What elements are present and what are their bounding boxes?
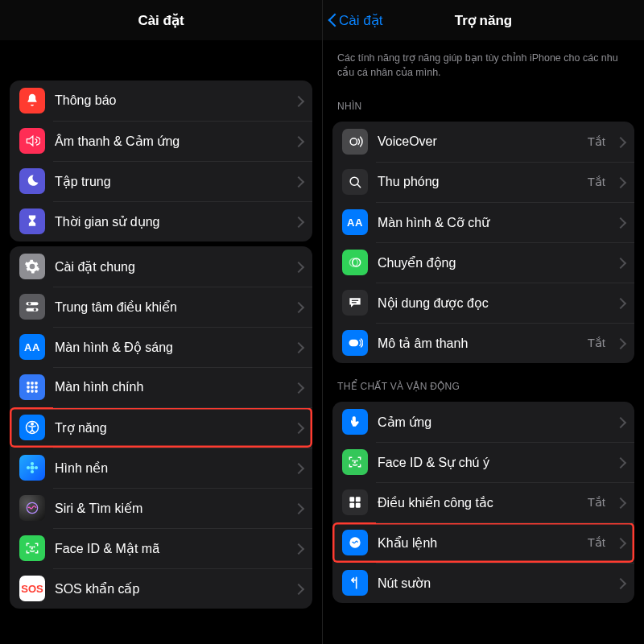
motion-icon — [342, 250, 368, 275]
text-size-icon: AA — [342, 209, 368, 235]
vision-group: VoiceOver Tắt Thu phóng Tắt AA Màn hình … — [332, 122, 634, 363]
svg-rect-0 — [27, 302, 39, 305]
svg-point-2 — [28, 303, 31, 305]
row-face-attention[interactable]: Face ID & Sự chú ý — [332, 442, 634, 482]
row-label: Âm thanh & Cảm ứng — [55, 134, 283, 149]
row-siri[interactable]: Siri & Tìm kiếm — [10, 488, 312, 528]
chevron-right-icon — [618, 416, 625, 427]
svg-rect-28 — [352, 302, 357, 303]
row-label: SOS khẩn cấp — [55, 581, 283, 597]
chevron-right-icon — [618, 337, 625, 349]
row-label: Hình nền — [55, 460, 283, 476]
status-off: Tắt — [588, 495, 605, 510]
chevron-right-icon — [618, 297, 625, 308]
svg-point-30 — [353, 460, 353, 461]
svg-rect-9 — [35, 386, 37, 388]
svg-rect-33 — [356, 497, 361, 502]
row-label: Khẩu lệnh — [378, 535, 578, 551]
hourglass-icon — [19, 208, 45, 234]
row-voice-control[interactable]: Khẩu lệnh Tắt — [332, 522, 634, 563]
row-switch-control[interactable]: Điều khiển công tắc Tắt — [332, 482, 634, 522]
settings-scroll[interactable]: Thông báo Âm thanh & Cảm ứng Tập trung — [0, 40, 322, 644]
chevron-right-icon — [296, 301, 303, 312]
accessibility-scroll[interactable]: Các tính năng trợ năng giúp bạn tùy chỉn… — [323, 40, 644, 644]
row-label: Thông báo — [55, 93, 283, 108]
gear-icon — [19, 254, 45, 279]
row-label: Trợ năng — [55, 420, 283, 436]
chevron-right-icon — [618, 497, 625, 508]
flower-icon — [19, 455, 45, 481]
section-vision: NHÌN — [323, 88, 644, 117]
svg-rect-10 — [27, 390, 29, 392]
row-label: Face ID & Sự chú ý — [378, 455, 605, 470]
chevron-right-icon — [296, 95, 303, 106]
row-audio-descriptions[interactable]: Mô tả âm thanh Tắt — [332, 323, 634, 363]
chevron-right-icon — [296, 583, 303, 594]
row-label: Mô tả âm thanh — [378, 336, 578, 351]
svg-rect-4 — [27, 382, 29, 384]
voiceover-icon — [342, 129, 368, 155]
row-display[interactable]: AA Màn hình & Độ sáng — [10, 327, 312, 367]
row-wallpaper[interactable]: Hình nền — [10, 448, 312, 488]
audio-desc-icon — [342, 330, 368, 356]
grid-icon — [19, 374, 45, 400]
row-label: Tập trung — [55, 174, 283, 189]
chevron-right-icon — [618, 537, 625, 548]
row-label: Siri & Tìm kiếm — [55, 501, 283, 516]
row-motion[interactable]: Chuyển động — [332, 242, 634, 283]
svg-point-24 — [350, 177, 358, 185]
header: Cài đặt — [0, 0, 322, 40]
settings-group-1: Thông báo Âm thanh & Cảm ứng Tập trung — [10, 80, 312, 242]
chevron-right-icon — [618, 456, 625, 468]
row-label: Face ID & Mật mã — [55, 541, 283, 556]
row-label: Thời gian sử dụng — [55, 214, 283, 229]
svg-point-23 — [350, 138, 357, 145]
row-zoom[interactable]: Thu phóng Tắt — [332, 162, 634, 202]
svg-point-16 — [31, 462, 34, 465]
row-sos[interactable]: SOS SOS khẩn cấp — [10, 568, 312, 609]
row-label: Điều khiển công tắc — [378, 495, 578, 510]
back-button[interactable]: Cài đặt — [328, 0, 382, 40]
settings-group-2: Cài đặt chung Trung tâm điều khiển AA Mà… — [10, 246, 312, 609]
svg-rect-5 — [31, 382, 33, 384]
section-physical: THỂ CHẤT VÀ VẬN ĐỘNG — [323, 368, 644, 397]
row-screentime[interactable]: Thời gian sử dụng — [10, 201, 312, 242]
status-off: Tắt — [588, 336, 605, 350]
svg-rect-7 — [27, 386, 29, 388]
row-focus[interactable]: Tập trung — [10, 161, 312, 201]
row-text-size[interactable]: AA Màn hình & Cỡ chữ — [332, 202, 634, 242]
svg-point-15 — [31, 466, 35, 470]
row-label: Nút sườn — [378, 576, 605, 591]
touch-icon — [342, 409, 368, 435]
physical-group: Cảm ứng Face ID & Sự chú ý Điều khiển cô… — [332, 402, 634, 603]
row-label: Cài đặt chung — [55, 259, 283, 275]
svg-point-22 — [34, 547, 35, 547]
svg-point-19 — [35, 466, 38, 469]
chevron-right-icon — [296, 261, 303, 272]
chevron-right-icon — [618, 217, 625, 228]
row-label: VoiceOver — [378, 134, 578, 149]
row-accessibility[interactable]: Trợ năng — [10, 407, 312, 448]
faceid-icon — [19, 535, 45, 561]
chevron-right-icon — [618, 257, 625, 268]
svg-point-18 — [27, 466, 30, 469]
row-faceid[interactable]: Face ID & Mật mã — [10, 528, 312, 568]
row-touch[interactable]: Cảm ứng — [332, 402, 634, 442]
settings-panel: Cài đặt Thông báo Âm thanh & Cảm ứng — [0, 0, 322, 644]
chevron-right-icon — [296, 135, 303, 147]
row-notifications[interactable]: Thông báo — [10, 80, 312, 121]
row-label: Chuyển động — [378, 255, 605, 270]
row-spoken-content[interactable]: Nội dung được đọc — [332, 283, 634, 323]
row-label: Cảm ứng — [378, 415, 605, 430]
row-sound[interactable]: Âm thanh & Cảm ứng — [10, 121, 312, 161]
row-control-center[interactable]: Trung tâm điều khiển — [10, 287, 312, 327]
page-description: Các tính năng trợ năng giúp bạn tùy chỉn… — [323, 40, 644, 88]
back-label: Cài đặt — [339, 12, 382, 29]
svg-rect-12 — [35, 390, 37, 392]
chevron-right-icon — [296, 175, 303, 187]
row-side-button[interactable]: Nút sườn — [332, 563, 634, 603]
row-home-screen[interactable]: Màn hình chính — [10, 367, 312, 407]
svg-point-21 — [30, 547, 31, 547]
row-general[interactable]: Cài đặt chung — [10, 246, 312, 287]
row-voiceover[interactable]: VoiceOver Tắt — [332, 122, 634, 162]
